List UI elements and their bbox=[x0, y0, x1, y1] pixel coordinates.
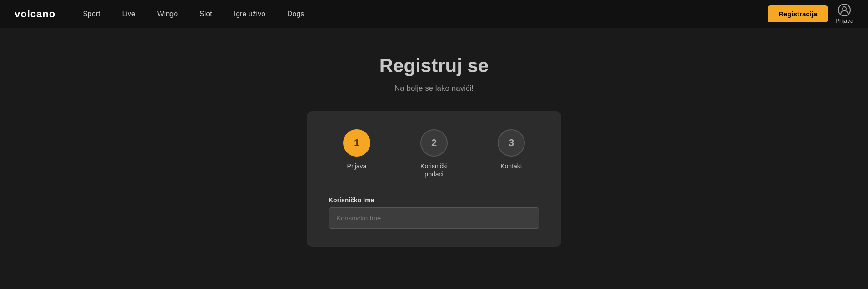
user-icon bbox=[838, 4, 851, 16]
page-title: Registruj se bbox=[379, 55, 489, 77]
username-label: Korisničko Ime bbox=[329, 196, 539, 204]
logo[interactable]: volcano bbox=[15, 8, 55, 20]
step-3-circle: 3 bbox=[498, 129, 525, 157]
main-nav: Sport Live Wingo Slot Igre uživo Dogs bbox=[83, 10, 768, 18]
step-2: 2 Korisnički podaci bbox=[416, 129, 452, 178]
step-1-label: Prijava bbox=[347, 162, 367, 170]
registration-form-card: 1 Prijava 2 Korisnički podaci 3 Kontakt bbox=[307, 111, 561, 247]
page-subtitle: Na bolje se lako navići! bbox=[394, 84, 474, 93]
step-connector-2 bbox=[452, 143, 498, 143]
step-2-label: Korisnički podaci bbox=[416, 162, 452, 178]
step-connector-1 bbox=[370, 143, 416, 143]
nav-dogs[interactable]: Dogs bbox=[287, 10, 304, 18]
nav-igre-uzivo[interactable]: Igre uživo bbox=[234, 10, 265, 18]
step-3: 3 Kontakt bbox=[498, 129, 525, 170]
svg-point-0 bbox=[838, 4, 850, 16]
nav-live[interactable]: Live bbox=[122, 10, 135, 18]
step-2-number: 2 bbox=[431, 137, 437, 149]
step-wizard: 1 Prijava 2 Korisnički podaci 3 Kontakt bbox=[329, 129, 539, 178]
username-input[interactable] bbox=[329, 207, 539, 229]
login-label: Prijava bbox=[835, 17, 853, 24]
register-button[interactable]: Registracija bbox=[768, 5, 828, 22]
main-content: Registruj se Na bolje se lako navići! 1 … bbox=[0, 28, 868, 247]
step-1: 1 Prijava bbox=[343, 129, 370, 170]
login-link[interactable]: Prijava bbox=[835, 4, 853, 24]
svg-point-1 bbox=[843, 7, 846, 10]
step-1-number: 1 bbox=[354, 137, 359, 149]
step-3-number: 3 bbox=[509, 137, 514, 149]
header-right: Registracija Prijava bbox=[768, 4, 853, 24]
step-1-circle: 1 bbox=[343, 129, 370, 157]
header: volcano Sport Live Wingo Slot Igre uživo… bbox=[0, 0, 868, 28]
username-field-group: Korisničko Ime bbox=[329, 196, 539, 229]
step-3-label: Kontakt bbox=[500, 162, 522, 170]
nav-wingo[interactable]: Wingo bbox=[157, 10, 178, 18]
step-2-circle: 2 bbox=[420, 129, 448, 157]
nav-sport[interactable]: Sport bbox=[83, 10, 100, 18]
nav-slot[interactable]: Slot bbox=[200, 10, 212, 18]
